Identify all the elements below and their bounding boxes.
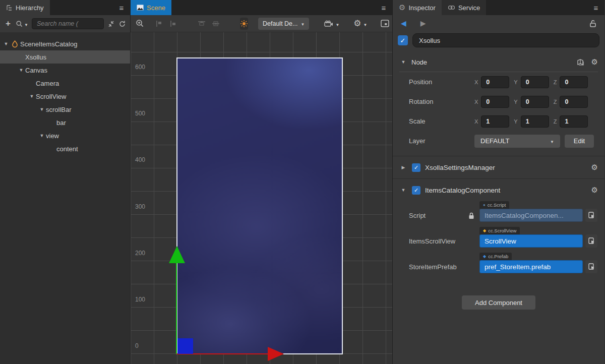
expand-arrow-icon[interactable]	[28, 94, 36, 99]
tab-inspector[interactable]: Inspector	[393, 0, 442, 15]
script-picker-button[interactable]	[585, 209, 597, 222]
zoom-tool-icon[interactable]	[136, 19, 144, 28]
tree-item-label: Xsollus	[25, 53, 46, 61]
rotation-label: Rotation	[409, 98, 474, 105]
component-header-itemscatalogcomponent[interactable]: ItemsCatalogComponent	[393, 179, 604, 201]
align-left-icon[interactable]	[155, 20, 163, 27]
scrollview-type-badge: ◆ cc.ScrollView	[479, 227, 520, 234]
expand-arrow-icon[interactable]	[38, 107, 46, 112]
tree-item-xsollus[interactable]: Xsollus	[0, 50, 130, 64]
component-header-xsollasettingsmanager[interactable]: XsollaSettingsManager	[393, 156, 604, 178]
node-name-row: Xsollus	[393, 31, 604, 52]
script-ref-field[interactable]: ItemsCatalogComponen...	[479, 209, 583, 222]
scale-z-input[interactable]: 1	[560, 115, 588, 128]
position-y-input[interactable]: 0	[521, 76, 549, 88]
component-gear-icon[interactable]	[591, 186, 598, 195]
axis-x-label: X	[474, 118, 478, 125]
inspector-menu-icon[interactable]	[587, 0, 604, 15]
layer-dropdown[interactable]: DEFAULT	[474, 135, 560, 148]
rotation-x-input[interactable]: 0	[481, 96, 509, 108]
canvas-node-preview[interactable]	[176, 57, 343, 354]
tree-item-canvas[interactable]: Canvas	[0, 64, 130, 77]
tree-item-view[interactable]: view	[0, 129, 130, 142]
component-expand-icon[interactable]	[399, 165, 407, 170]
storeitemprefab-ref-field[interactable]: pref_StoreItem.prefab	[479, 260, 583, 273]
search-filter-icon[interactable]	[16, 19, 28, 28]
tree-item-camera[interactable]: Camera	[0, 77, 130, 90]
expand-arrow-icon[interactable]	[17, 68, 25, 73]
scene-viewport[interactable]: 600 500 400 300 200 100 0	[131, 32, 392, 364]
tab-service[interactable]: Service	[442, 0, 486, 15]
node-section-arrow-icon[interactable]	[399, 59, 407, 65]
y-axis-gizmo[interactable]	[176, 262, 177, 354]
minimap-toggle-icon[interactable]	[381, 20, 389, 27]
docs-book-icon[interactable]	[577, 59, 584, 66]
itemsscrollview-field-row: ItemsScrollView ◆ cc.ScrollView ScrollVi…	[393, 227, 604, 248]
unlock-icon[interactable]	[589, 20, 596, 27]
tree-item-scrollbar[interactable]: scrollBar	[0, 103, 130, 116]
node-name-input[interactable]: Xsollus	[412, 33, 599, 47]
position-z-input[interactable]: 0	[560, 76, 588, 88]
add-component-button[interactable]: Add Component	[462, 295, 535, 310]
component-enabled-checkbox[interactable]	[412, 186, 420, 195]
ruler-label: 600	[135, 64, 145, 71]
tree-item-label: content	[56, 145, 78, 153]
tree-item-scrollview[interactable]: ScrollView	[0, 90, 130, 103]
refresh-icon[interactable]	[118, 20, 126, 28]
service-tab-icon	[448, 5, 455, 10]
badge-label: cc.Prefab	[488, 254, 508, 259]
camera-settings-icon[interactable]	[324, 19, 339, 28]
component-enabled-checkbox[interactable]	[412, 163, 420, 172]
type-diamond-icon: ◆	[483, 254, 486, 259]
scene-view-dropdown[interactable]: Default De...	[258, 18, 309, 30]
node-gear-icon[interactable]	[591, 57, 598, 67]
scale-y-input[interactable]: 1	[521, 115, 549, 128]
scene-light-toggle[interactable]	[240, 18, 248, 30]
hierarchy-tabstrip: Hierarchy	[0, 0, 130, 15]
scene-menu-icon[interactable]	[375, 0, 392, 15]
expand-arrow-icon[interactable]	[2, 41, 10, 46]
component-expand-icon[interactable]	[399, 188, 407, 193]
x-axis-arrowhead-icon[interactable]	[268, 347, 284, 361]
tree-item-content[interactable]: content	[0, 142, 130, 155]
expand-arrow-icon[interactable]	[38, 133, 46, 138]
storeitemprefab-picker-button[interactable]	[585, 260, 597, 273]
scene-tab-label: Scene	[147, 4, 165, 12]
service-tab-label: Service	[458, 4, 480, 12]
history-back-icon[interactable]: ◀	[401, 19, 406, 27]
scene-view-dropdown-caret-icon	[300, 20, 305, 27]
origin-handle[interactable]	[177, 338, 193, 354]
hierarchy-tree: SceneItemsCatalog Xsollus Canvas Camera …	[0, 32, 130, 364]
scene-asset-icon	[10, 40, 19, 48]
node-active-checkbox[interactable]	[398, 35, 408, 45]
node-name-value: Xsollus	[419, 37, 440, 44]
history-forward-icon[interactable]: ▶	[420, 19, 426, 27]
hierarchy-tab-label: Hierarchy	[16, 4, 44, 12]
hierarchy-menu-icon[interactable]	[113, 0, 130, 15]
position-x-input[interactable]: 0	[481, 76, 509, 88]
script-field-label: Script	[409, 212, 426, 219]
collapse-all-icon[interactable]	[107, 20, 115, 28]
tab-scene[interactable]: Scene	[131, 0, 171, 15]
layer-edit-button[interactable]: Edit	[565, 135, 594, 148]
scene-gear-icon[interactable]	[353, 18, 367, 29]
inspector-tabstrip: Inspector Service	[393, 0, 604, 15]
align-middle-v-icon[interactable]	[212, 20, 220, 27]
scale-x-input[interactable]: 1	[481, 115, 509, 128]
tree-item-bar[interactable]: bar	[0, 116, 130, 129]
align-top-icon[interactable]	[198, 20, 206, 27]
itemsscrollview-ref-field[interactable]: ScrollView	[479, 234, 583, 248]
tab-hierarchy[interactable]: Hierarchy	[0, 0, 50, 15]
ruler-label: 100	[135, 296, 145, 303]
tree-item-sceneitemscatalog[interactable]: SceneItemsCatalog	[0, 37, 130, 50]
search-input[interactable]	[32, 18, 104, 29]
component-gear-icon[interactable]	[591, 163, 598, 172]
node-section-header[interactable]: Node	[393, 52, 604, 72]
itemsscrollview-picker-button[interactable]	[585, 234, 597, 248]
tree-item-label: bar	[56, 119, 66, 127]
rotation-z-input[interactable]: 0	[560, 96, 588, 108]
rotation-y-input[interactable]: 0	[521, 96, 549, 108]
align-center-h-icon[interactable]	[169, 20, 176, 27]
add-node-button[interactable]	[4, 19, 12, 29]
y-axis-arrowhead-icon[interactable]	[169, 246, 185, 263]
